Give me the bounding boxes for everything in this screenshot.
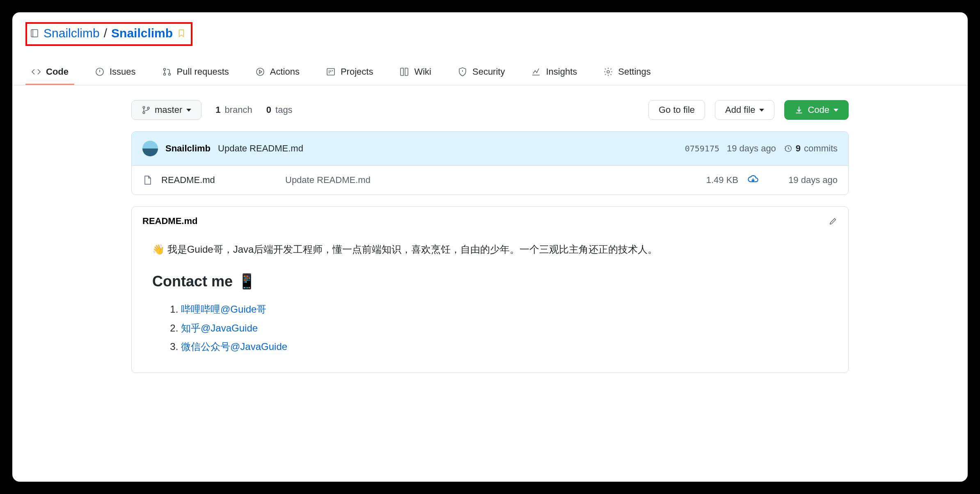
commit-count: 9: [796, 143, 801, 154]
repo-icon: [30, 28, 39, 38]
caret-down-icon: [833, 109, 838, 112]
svg-point-8: [143, 106, 145, 108]
code-button-label: Code: [808, 105, 829, 115]
svg-point-10: [147, 107, 149, 109]
tab-security[interactable]: Security: [452, 60, 511, 85]
contact-link-zhihu[interactable]: 知乎@JavaGuide: [181, 322, 258, 334]
owner-link[interactable]: Snailclimb: [44, 26, 100, 40]
contact-heading: Contact me 📱: [152, 273, 828, 290]
add-file-label: Add file: [725, 105, 755, 115]
tab-insights[interactable]: Insights: [525, 60, 583, 85]
tab-actions[interactable]: Actions: [250, 60, 305, 85]
tags-link[interactable]: 0 tags: [262, 105, 293, 115]
tab-label: Pull requests: [177, 66, 229, 77]
goto-file-button[interactable]: Go to file: [648, 100, 705, 120]
gear-icon: [603, 67, 613, 77]
caret-down-icon: [186, 109, 191, 112]
commit-sha[interactable]: 0759175: [685, 144, 719, 153]
file-icon: [142, 175, 152, 185]
graph-icon: [531, 67, 541, 77]
intro-text: 我是Guide哥，Java后端开发工程师，懂一点前端知识，喜欢烹饪，自由的少年。…: [167, 244, 658, 255]
issues-icon: [95, 67, 105, 77]
tab-label: Insights: [546, 66, 577, 77]
repo-tabs: Code Issues Pull requests Actions Projec…: [12, 60, 968, 85]
readme-content: 👋 我是Guide哥，Java后端开发工程师，懂一点前端知识，喜欢烹饪，自由的少…: [132, 236, 848, 373]
branch-count: 1: [215, 105, 220, 115]
tab-label: Projects: [341, 66, 373, 77]
tag-count-label: tags: [275, 105, 293, 115]
play-icon: [255, 67, 265, 77]
branch-name: master: [155, 105, 182, 115]
svg-point-5: [256, 68, 264, 75]
breadcrumb-separator: /: [104, 26, 107, 40]
phone-emoji: 📱: [238, 273, 256, 290]
tag-count: 0: [266, 105, 271, 115]
bookmark-icon[interactable]: [177, 28, 186, 38]
tab-settings[interactable]: Settings: [598, 60, 657, 85]
branch-icon: [142, 105, 151, 114]
contact-link-wechat[interactable]: 微信公众号@JavaGuide: [181, 341, 287, 352]
svg-rect-0: [31, 30, 38, 37]
commit-ago: 19 days ago: [727, 143, 776, 154]
avatar[interactable]: [142, 141, 158, 156]
branches-link[interactable]: 1 branch: [211, 105, 252, 115]
file-name[interactable]: README.md: [161, 175, 276, 185]
file-ago: 19 days ago: [768, 175, 838, 185]
svg-point-4: [168, 73, 170, 75]
code-icon: [31, 67, 41, 77]
breadcrumb: Snailclimb / Snailclimb: [25, 22, 192, 46]
shield-icon: [458, 67, 467, 77]
contact-link-bilibili[interactable]: 哔哩哔哩@Guide哥: [181, 304, 266, 315]
tab-label: Actions: [270, 66, 300, 77]
download-icon: [795, 105, 804, 114]
tab-code[interactable]: Code: [25, 60, 74, 85]
add-file-button[interactable]: Add file: [715, 100, 774, 120]
repo-link[interactable]: Snailclimb: [111, 26, 173, 40]
tab-label: Issues: [110, 66, 136, 77]
tab-label: Code: [46, 66, 69, 77]
download-file-icon[interactable]: [747, 173, 759, 187]
tab-pull-requests[interactable]: Pull requests: [156, 60, 235, 85]
history-icon: [783, 144, 792, 153]
tab-wiki[interactable]: Wiki: [394, 60, 437, 85]
commits-link[interactable]: 9 commits: [783, 143, 838, 154]
svg-point-3: [163, 73, 165, 75]
commit-author[interactable]: Snailclimb: [165, 143, 211, 154]
branch-selector[interactable]: master: [131, 100, 201, 120]
file-commit-message[interactable]: Update README.md: [285, 175, 676, 185]
readme-title[interactable]: README.md: [142, 216, 197, 226]
tab-label: Wiki: [414, 66, 431, 77]
branch-count-label: branch: [225, 105, 252, 115]
tab-issues[interactable]: Issues: [89, 60, 142, 85]
file-size: 1.49 KB: [685, 175, 738, 185]
commit-message[interactable]: Update README.md: [218, 143, 303, 154]
code-button[interactable]: Code: [784, 100, 849, 120]
commit-count-label: commits: [804, 143, 838, 154]
projects-icon: [326, 67, 336, 77]
pull-request-icon: [162, 67, 172, 77]
pencil-icon[interactable]: [829, 217, 838, 226]
file-row[interactable]: README.md Update README.md 1.49 KB 19 da…: [132, 166, 848, 194]
svg-point-9: [143, 112, 145, 114]
wave-emoji: 👋: [152, 244, 165, 255]
book-icon: [399, 67, 409, 77]
caret-down-icon: [759, 109, 764, 112]
svg-point-2: [163, 69, 165, 71]
svg-point-7: [607, 71, 609, 73]
latest-commit[interactable]: Snailclimb Update README.md 0759175 19 d…: [132, 132, 848, 166]
tab-projects[interactable]: Projects: [320, 60, 379, 85]
tab-label: Settings: [618, 66, 651, 77]
tab-label: Security: [472, 66, 505, 77]
